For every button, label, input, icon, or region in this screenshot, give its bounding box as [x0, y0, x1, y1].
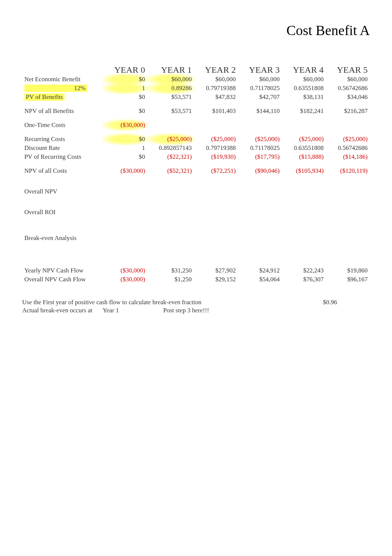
cell: 0.71178025 — [238, 144, 282, 152]
cell: $54,064 — [238, 275, 282, 284]
row-label: Net Economic Benefit — [22, 75, 103, 84]
cell: ($17,795) — [238, 152, 282, 161]
cell: 1 — [103, 144, 147, 152]
row-label: 12% — [22, 84, 103, 93]
cell: $60,000 — [326, 75, 370, 84]
cell: ($25,000) — [194, 135, 238, 144]
row-label: Discount Rate — [22, 144, 103, 152]
row-label: Overall ROI — [22, 208, 103, 217]
footnote-line2-label: Actual break-even occurs at — [22, 307, 92, 314]
footnote-line2-note: Post step 3 here!!! — [163, 307, 209, 314]
cell: ($30,000) — [103, 167, 147, 175]
cell: ($25,000) — [282, 135, 326, 144]
table-row: 12% 1 0.89286 0.79719388 0.71178025 0.63… — [22, 84, 370, 93]
col-header: YEAR 3 — [238, 64, 282, 75]
footnote-line1-value: $0.96 — [323, 299, 337, 306]
row-label: Overall NPV Cash Flow — [22, 275, 103, 284]
footnote-line2-value: Year 1 — [103, 307, 119, 314]
row-label: Recurring Costs — [22, 135, 103, 144]
cell: ($72,251) — [194, 167, 238, 175]
col-header: YEAR 1 — [147, 64, 194, 75]
cell: ($30,000) — [103, 275, 147, 284]
col-header: YEAR 0 — [103, 64, 147, 75]
table-row: NPV of all Benefits $0 $53,571 $101,403 … — [22, 107, 370, 116]
table-row: Break-even Analysis — [22, 234, 370, 243]
cell: $60,000 — [147, 75, 194, 84]
row-label: NPV of all Benefits — [22, 107, 103, 116]
table-row: Recurring Costs $0 ($25,000) ($25,000) (… — [22, 135, 370, 144]
cell: $1,250 — [147, 275, 194, 284]
table-row: Net Economic Benefit $0 $60,000 $60,000 … — [22, 75, 370, 84]
table-row: Discount Rate 1 0.892857143 0.79719388 0… — [22, 144, 370, 152]
cell: 0.892857143 — [147, 144, 194, 152]
cell: $144,110 — [238, 107, 282, 116]
cell: ($52,321) — [147, 167, 194, 175]
cell — [147, 121, 194, 130]
cell: ($30,000) — [103, 121, 147, 130]
cell: $216,287 — [326, 107, 370, 116]
cell: $38,131 — [282, 93, 326, 102]
table-row: Yearly NPV Cash Flow ($30,000) $31,250 $… — [22, 266, 370, 275]
row-label: NPV of all Costs — [22, 167, 103, 175]
table-row: PV of Recurring Costs $0 ($22,321) ($19,… — [22, 152, 370, 161]
cell: ($15,888) — [282, 152, 326, 161]
cell: 0.63551808 — [282, 84, 326, 93]
cell: $76,307 — [282, 275, 326, 284]
cell: $0 — [103, 75, 147, 84]
cell: ($22,321) — [147, 152, 194, 161]
cell: $22,243 — [282, 266, 326, 275]
col-header: YEAR 4 — [282, 64, 326, 75]
cell: 1 — [103, 84, 147, 93]
cell: 0.79719388 — [194, 84, 238, 93]
cell: $0 — [103, 152, 147, 161]
footnote-line1-label: Use the First year of positive cash flow… — [22, 299, 202, 306]
row-label: PV of Benefits — [22, 93, 103, 102]
table-row: Overall NPV — [22, 187, 370, 196]
cell: ($19,930) — [194, 152, 238, 161]
table-row: Overall NPV Cash Flow ($30,000) $1,250 $… — [22, 275, 370, 284]
cell: 0.63551808 — [282, 144, 326, 152]
cell: ($90,046) — [238, 167, 282, 175]
cell: $53,571 — [147, 107, 194, 116]
col-header: YEAR 2 — [194, 64, 238, 75]
cell — [282, 121, 326, 130]
cell: 0.56742686 — [326, 84, 370, 93]
cell: $31,250 — [147, 266, 194, 275]
cell: $27,902 — [194, 266, 238, 275]
cell: ($25,000) — [147, 135, 194, 144]
cell — [326, 121, 370, 130]
cell: $19,860 — [326, 266, 370, 275]
table-row: NPV of all Costs ($30,000) ($52,321) ($7… — [22, 167, 370, 175]
cell: 0.79719388 — [194, 144, 238, 152]
row-label: Overall NPV — [22, 187, 103, 196]
cell: 0.89286 — [147, 84, 194, 93]
cell: 0.71178025 — [238, 84, 282, 93]
cell: 0.56742686 — [326, 144, 370, 152]
row-label: PV of Recurring Costs — [22, 152, 103, 161]
cell: $60,000 — [238, 75, 282, 84]
cell: $53,571 — [147, 93, 194, 102]
cell: ($25,000) — [238, 135, 282, 144]
cell: ($120,119) — [326, 167, 370, 175]
cell — [238, 121, 282, 130]
cell: ($30,000) — [103, 266, 147, 275]
table-row: PV of Benefits $0 $53,571 $47,832 $42,70… — [22, 93, 370, 102]
table-row: One-Time Costs ($30,000) — [22, 121, 370, 130]
cell: $47,832 — [194, 93, 238, 102]
cell: $60,000 — [194, 75, 238, 84]
table-row: Overall ROI — [22, 208, 370, 217]
cell: $24,912 — [238, 266, 282, 275]
cell — [194, 121, 238, 130]
footnote: Use the First year of positive cash flow… — [22, 299, 370, 314]
cell: ($14,186) — [326, 152, 370, 161]
page-title: Cost Benefit A — [22, 22, 370, 38]
cell: $0 — [103, 135, 147, 144]
table-header-row: YEAR 0 YEAR 1 YEAR 2 YEAR 3 YEAR 4 YEAR … — [22, 64, 370, 75]
cell: $182,241 — [282, 107, 326, 116]
row-label: Yearly NPV Cash Flow — [22, 266, 103, 275]
col-header: YEAR 5 — [326, 64, 370, 75]
cell: $29,152 — [194, 275, 238, 284]
cell: $96,167 — [326, 275, 370, 284]
row-label: Break-even Analysis — [22, 234, 103, 243]
rate-label: 12% — [24, 85, 87, 92]
